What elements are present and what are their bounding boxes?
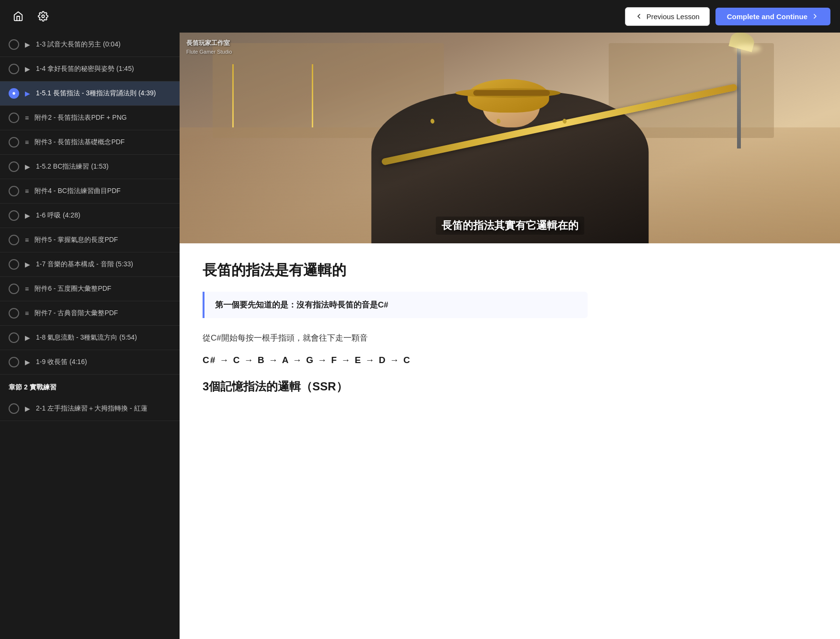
item-label: 1-3 試音大長笛的另主 (0:04)	[36, 40, 171, 49]
note-sequence: C# → C → B → A → G → F → E → D → C	[203, 355, 588, 365]
content-area: 長笛玩家工作室 Flute Gamer Studio 長笛的指法其實有它邏輯在的…	[180, 33, 840, 639]
item-label: 附件7 - 古典音階大彙整PDF	[34, 308, 171, 318]
video-icon: ▶	[25, 334, 30, 342]
completion-circle	[9, 403, 19, 414]
completion-circle	[9, 332, 19, 343]
video-watermark: 長笛玩家工作室 Flute Gamer Studio	[186, 38, 232, 56]
item-label: 1-5.2 BC指法練習 (1:53)	[36, 162, 171, 171]
completion-circle	[9, 235, 19, 245]
completion-circle	[9, 308, 19, 319]
item-label: 附件6 - 五度圈大彙整PDF	[34, 284, 171, 294]
item-label: 附件5 - 掌握氣息的長度PDF	[34, 235, 171, 245]
sidebar-item-1-5-2[interactable]: ▶ 1-5.2 BC指法練習 (1:53)	[0, 155, 180, 179]
chapter-2-header: 章節 2 實戰練習	[0, 375, 180, 397]
completion-circle	[9, 357, 19, 367]
lesson-content: 長笛的指法是有邏輯的 第一個要先知道的是：沒有指法時長笛的音是C# 從C#開始每…	[180, 243, 611, 411]
sidebar-item-att5[interactable]: ≡ 附件5 - 掌握氣息的長度PDF	[0, 228, 180, 252]
item-label: 1-6 呼吸 (4:28)	[36, 211, 171, 220]
svg-point-1	[13, 92, 15, 94]
sidebar-item-att6[interactable]: ≡ 附件6 - 五度圈大彙整PDF	[0, 277, 180, 301]
highlight-box: 第一個要先知道的是：沒有指法時長笛的音是C#	[203, 292, 588, 318]
sidebar: ▶ 1-3 試音大長笛的另主 (0:04) ▶ 1-4 拿好長笛的秘密與姿勢 (…	[0, 33, 180, 639]
doc-icon: ≡	[25, 114, 29, 122]
item-label: 附件2 - 長笛指法表PDF + PNG	[34, 113, 171, 123]
sidebar-item-att7[interactable]: ≡ 附件7 - 古典音階大彙整PDF	[0, 301, 180, 326]
item-label: 1-4 拿好長笛的秘密與姿勢 (1:45)	[36, 64, 171, 74]
sidebar-item-2-1[interactable]: ▶ 2-1 左手指法練習＋大拇指轉換 - 紅蓮	[0, 397, 180, 421]
sidebar-item-att4[interactable]: ≡ 附件4 - BC指法練習曲目PDF	[0, 179, 180, 204]
completion-circle	[9, 259, 19, 270]
video-icon: ▶	[25, 358, 30, 366]
completion-circle	[9, 113, 19, 123]
completion-circle	[9, 161, 19, 172]
doc-icon: ≡	[25, 187, 29, 195]
completion-circle	[9, 210, 19, 221]
previous-lesson-button[interactable]: Previous Lesson	[625, 7, 710, 26]
settings-button[interactable]	[34, 8, 52, 25]
video-icon: ▶	[25, 65, 30, 73]
section-title: 3個記憶指法的邏輯（SSR）	[203, 379, 588, 394]
svg-point-0	[42, 15, 45, 18]
complete-label: Complete and Continue	[727, 12, 807, 21]
sidebar-item-1-9[interactable]: ▶ 1-9 收長笛 (4:16)	[0, 350, 180, 375]
lesson-paragraph-1: 從C#開始每按一根手指頭，就會往下走一顆音	[203, 331, 588, 345]
sidebar-item-att3[interactable]: ≡ 附件3 - 長笛指法基礎概念PDF	[0, 130, 180, 155]
hat-band	[473, 90, 550, 96]
item-label: 1-5.1 長笛指法 - 3種指法背誦法則 (4:39)	[36, 89, 171, 98]
top-navigation: Previous Lesson Complete and Continue	[0, 0, 840, 33]
main-layout: ▶ 1-3 試音大長笛的另主 (0:04) ▶ 1-4 拿好長笛的秘密與姿勢 (…	[0, 33, 840, 639]
sidebar-item-att2[interactable]: ≡ 附件2 - 長笛指法表PDF + PNG	[0, 106, 180, 130]
video-player[interactable]: 長笛玩家工作室 Flute Gamer Studio 長笛的指法其實有它邏輯在的	[180, 33, 840, 243]
video-icon: ▶	[25, 212, 30, 219]
doc-icon: ≡	[25, 285, 29, 293]
lesson-title: 長笛的指法是有邏輯的	[203, 261, 588, 280]
nav-left	[10, 8, 52, 25]
item-label: 1-7 音樂的基本構成 - 音階 (5:33)	[36, 260, 171, 269]
sidebar-item-1-4[interactable]: ▶ 1-4 拿好長笛的秘密與姿勢 (1:45)	[0, 57, 180, 81]
item-label: 2-1 左手指法練習＋大拇指轉換 - 紅蓮	[36, 404, 171, 413]
home-button[interactable]	[10, 8, 27, 25]
doc-icon: ≡	[25, 236, 29, 244]
video-icon: ▶	[25, 405, 30, 412]
highlight-text: 第一個要先知道的是：沒有指法時長笛的音是C#	[215, 299, 577, 310]
wall-accent-1	[232, 64, 234, 127]
video-icon: ▶	[25, 90, 30, 97]
completion-circle	[9, 186, 19, 196]
video-icon: ▶	[25, 163, 30, 171]
watermark-sub: Flute Gamer Studio	[186, 48, 232, 56]
item-label: 1-8 氣息流動 - 3種氣流方向 (5:54)	[36, 333, 171, 342]
lamp-light	[735, 45, 761, 53]
completion-circle	[9, 284, 19, 294]
item-label: 附件4 - BC指法練習曲目PDF	[34, 186, 171, 196]
video-subtitle: 長笛的指法其實有它邏輯在的	[436, 217, 584, 235]
completion-circle-active	[9, 88, 19, 99]
completion-circle	[9, 64, 19, 74]
doc-icon: ≡	[25, 138, 29, 146]
watermark-main: 長笛玩家工作室	[186, 38, 232, 48]
item-label: 1-9 收長笛 (4:16)	[36, 357, 171, 367]
sidebar-item-1-5-1[interactable]: ▶ 1-5.1 長笛指法 - 3種指法背誦法則 (4:39)	[0, 81, 180, 106]
complete-continue-button[interactable]: Complete and Continue	[715, 8, 830, 25]
video-icon: ▶	[25, 261, 30, 268]
video-icon: ▶	[25, 41, 30, 48]
nav-right: Previous Lesson Complete and Continue	[625, 7, 830, 26]
sidebar-item-1-8[interactable]: ▶ 1-8 氣息流動 - 3種氣流方向 (5:54)	[0, 326, 180, 350]
item-label: 附件3 - 長笛指法基礎概念PDF	[34, 137, 171, 147]
sidebar-item-1-3[interactable]: ▶ 1-3 試音大長笛的另主 (0:04)	[0, 33, 180, 57]
sidebar-item-1-6[interactable]: ▶ 1-6 呼吸 (4:28)	[0, 204, 180, 228]
wall-accent-2	[312, 64, 313, 127]
prev-label: Previous Lesson	[647, 12, 700, 21]
completion-circle	[9, 137, 19, 148]
completion-circle	[9, 39, 19, 50]
sidebar-item-1-7[interactable]: ▶ 1-7 音樂的基本構成 - 音階 (5:33)	[0, 252, 180, 277]
doc-icon: ≡	[25, 309, 29, 317]
